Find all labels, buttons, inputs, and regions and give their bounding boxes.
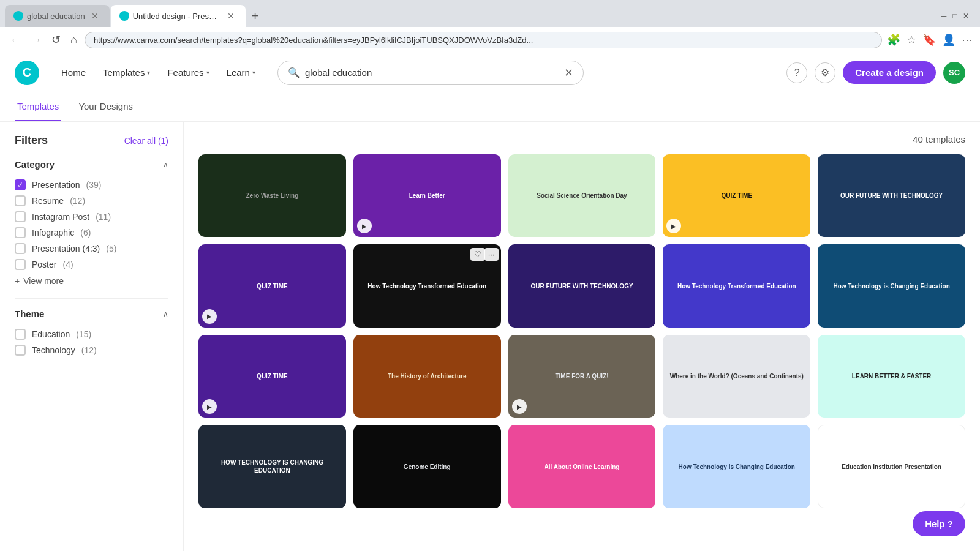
- chevron-down-icon: ▾: [147, 69, 150, 76]
- template-card[interactable]: QUIZ TIME ♡ ··· ▶: [663, 154, 810, 237]
- template-card[interactable]: The History of Architecture ♡ ···: [353, 335, 501, 418]
- avatar: SC: [943, 62, 965, 84]
- settings-button[interactable]: ⚙: [815, 62, 835, 83]
- plus-icon: +: [15, 276, 20, 286]
- minimize-button[interactable]: ─: [940, 12, 948, 20]
- maximize-button[interactable]: □: [951, 12, 959, 20]
- create-design-button[interactable]: Create a design: [843, 61, 936, 84]
- template-card[interactable]: TIME FOR A QUIZ! ♡ ··· ▶: [508, 335, 656, 418]
- nav-home[interactable]: Home: [54, 62, 93, 83]
- browser-tab-2[interactable]: Untitled design - Presentation (1 ✕: [111, 5, 246, 27]
- divider: [15, 298, 168, 299]
- filter-item[interactable]: Presentation (4:3) (5): [15, 241, 168, 257]
- filter-item[interactable]: Infographic (6): [15, 225, 168, 241]
- filter-count: (11): [96, 212, 111, 222]
- filter-count: (15): [76, 329, 91, 339]
- nav-features[interactable]: Features ▾: [160, 62, 216, 83]
- grid-area: 40 templates Zero Waste Living ♡ ··· Lea…: [184, 122, 980, 551]
- tab-templates[interactable]: Templates: [15, 92, 61, 121]
- filter-count: (6): [80, 228, 91, 238]
- back-button[interactable]: ←: [7, 31, 23, 49]
- play-badge[interactable]: ▶: [202, 309, 217, 324]
- theme-section-header[interactable]: Theme ∧: [15, 309, 168, 319]
- checkbox[interactable]: ✓: [15, 179, 26, 190]
- tab-your-designs[interactable]: Your Designs: [76, 92, 135, 121]
- category-section: Category ∧ ✓ Presentation (39) Resume (1…: [15, 159, 168, 286]
- star-icon[interactable]: ☆: [907, 33, 916, 47]
- template-card[interactable]: Learn Better ♡ ··· ▶: [353, 154, 501, 237]
- template-card[interactable]: OUR FUTURE WITH TECHNOLOGY ♡ ···: [818, 154, 965, 237]
- checkbox[interactable]: [15, 329, 26, 340]
- help-button[interactable]: ?: [786, 62, 807, 83]
- forward-button[interactable]: →: [28, 31, 44, 49]
- tab-favicon-2: [119, 11, 129, 21]
- theme-section-title: Theme: [15, 309, 44, 319]
- nav-home-label: Home: [61, 67, 86, 78]
- template-card[interactable]: Social Science Orientation Day ♡ ···: [508, 154, 656, 237]
- tab-favicon-1: [13, 11, 23, 21]
- canva-logo[interactable]: C: [15, 61, 39, 85]
- nav-templates-label: Templates: [103, 67, 145, 78]
- clear-all-button[interactable]: Clear all (1): [124, 136, 168, 146]
- template-card[interactable]: How Technology is Changing Education ♡ ·…: [818, 244, 965, 327]
- category-section-title: Category: [15, 159, 55, 170]
- template-card[interactable]: How Technology is Changing Education ♡ ·…: [663, 425, 810, 508]
- close-button[interactable]: ✕: [962, 12, 970, 20]
- filter-item[interactable]: Poster (4): [15, 257, 168, 272]
- refresh-button[interactable]: ↺: [49, 31, 63, 49]
- template-card[interactable]: OUR FUTURE WITH TECHNOLOGY ♡ ···: [508, 244, 656, 327]
- checkbox[interactable]: [15, 227, 26, 238]
- filter-label: Poster: [32, 260, 56, 269]
- more-options-button[interactable]: ···: [484, 248, 499, 261]
- home-button[interactable]: ⌂: [68, 31, 80, 49]
- menu-icon[interactable]: ⋯: [962, 33, 973, 47]
- filter-item[interactable]: Resume (12): [15, 193, 168, 209]
- browser-tab-1[interactable]: global education ✕: [5, 5, 110, 27]
- filter-label: Technology: [32, 345, 75, 355]
- view-more-button[interactable]: + View more: [15, 276, 168, 286]
- category-section-header[interactable]: Category ∧: [15, 159, 168, 170]
- template-card[interactable]: Where in the World? (Oceans and Continen…: [663, 335, 810, 418]
- checkbox[interactable]: [15, 243, 26, 254]
- template-card[interactable]: All About Online Learning ♡ ···: [508, 425, 656, 508]
- clear-search-icon[interactable]: ✕: [564, 66, 573, 80]
- template-card[interactable]: Genome Editing ♡ ···: [353, 425, 501, 508]
- filter-item[interactable]: Instagram Post (11): [15, 209, 168, 225]
- filter-count: (12): [70, 196, 85, 206]
- nav-learn[interactable]: Learn ▾: [219, 62, 263, 83]
- tab-close-2[interactable]: ✕: [225, 10, 237, 22]
- filter-item[interactable]: Technology (12): [15, 342, 168, 358]
- address-input[interactable]: [85, 32, 882, 48]
- template-card[interactable]: QUIZ TIME ♡ ··· ▶: [198, 335, 346, 418]
- filter-item[interactable]: ✓ Presentation (39): [15, 177, 168, 193]
- template-card[interactable]: Zero Waste Living ♡ ···: [198, 154, 346, 237]
- checkbox[interactable]: [15, 195, 26, 206]
- template-card[interactable]: How Technology Transformed Education ♡ ·…: [663, 244, 810, 327]
- play-badge[interactable]: ▶: [512, 399, 527, 414]
- template-card[interactable]: QUIZ TIME ♡ ··· ▶: [198, 244, 346, 327]
- checkbox[interactable]: [15, 259, 26, 270]
- tab-close-1[interactable]: ✕: [89, 10, 101, 22]
- nav-templates[interactable]: Templates ▾: [96, 62, 157, 83]
- checkbox[interactable]: [15, 211, 26, 222]
- search-input[interactable]: [305, 67, 559, 78]
- help-float-button[interactable]: Help ?: [913, 511, 965, 536]
- checkbox[interactable]: [15, 345, 26, 356]
- new-tab-button[interactable]: +: [247, 7, 264, 26]
- filter-label: Education: [32, 329, 70, 339]
- template-card[interactable]: How Technology Transformed Education ♡ ·…: [353, 244, 501, 327]
- filter-item[interactable]: Education (15): [15, 326, 168, 342]
- filter-label: Presentation (4:3): [32, 244, 100, 253]
- template-card[interactable]: Education Institution Presentation ♡ ···: [818, 425, 965, 508]
- favorite-button[interactable]: ♡: [470, 248, 485, 261]
- nav-right: ? ⚙ Create a design SC: [786, 61, 965, 84]
- top-nav: C Home Templates ▾ Features ▾ Learn ▾ 🔍 …: [0, 53, 980, 92]
- template-card[interactable]: LEARN BETTER & FASTER ♡ ···: [818, 335, 965, 418]
- profile-icon[interactable]: 👤: [942, 33, 956, 47]
- extensions-icon[interactable]: 🧩: [887, 33, 900, 47]
- tab-title-1: global education: [27, 12, 85, 21]
- search-bar: 🔍 ✕: [277, 61, 584, 85]
- bookmark-icon[interactable]: 🔖: [922, 33, 936, 47]
- template-card[interactable]: HOW TECHNOLOGY IS CHANGING EDUCATION ♡ ·…: [198, 425, 346, 508]
- search-icon: 🔍: [288, 67, 300, 78]
